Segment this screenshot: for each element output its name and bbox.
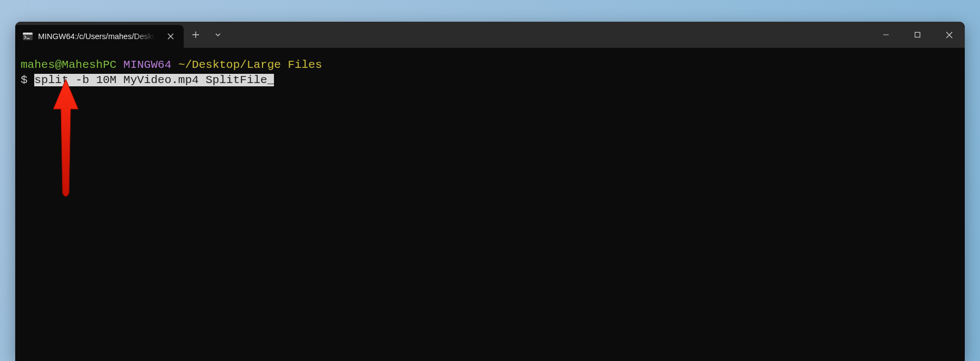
terminal-icon	[23, 33, 33, 40]
plus-icon	[192, 31, 199, 39]
maximize-button[interactable]	[902, 22, 933, 48]
prompt-line-1: mahes@MaheshPC MINGW64 ~/Desktop/Large F…	[21, 58, 959, 73]
titlebar-drag-region[interactable]	[228, 22, 870, 48]
close-icon	[946, 31, 953, 39]
annotation-arrow-icon	[52, 79, 79, 199]
window-close-button[interactable]	[933, 22, 965, 48]
prompt-path: ~/Desktop/Large Files	[178, 59, 322, 71]
maximize-icon	[914, 31, 921, 38]
prompt-symbol: $	[21, 74, 28, 86]
prompt-user-host: mahes@MaheshPC	[21, 59, 116, 71]
prompt-env: MINGW64	[123, 59, 171, 71]
chevron-down-icon	[214, 31, 222, 39]
svg-rect-5	[915, 33, 920, 37]
new-tab-button[interactable]	[184, 22, 208, 48]
tab-title: MINGW64:/c/Users/mahes/Desktop/Large Fil…	[38, 32, 158, 41]
entered-command: split -b 10M MyVideo.mp4 SplitFile_	[34, 74, 274, 86]
tab-strip: MINGW64:/c/Users/mahes/Desktop/Large Fil…	[15, 22, 228, 48]
svg-rect-2	[23, 34, 33, 35]
titlebar: MINGW64:/c/Users/mahes/Desktop/Large Fil…	[15, 22, 965, 48]
prompt-line-2: $ split -b 10M MyVideo.mp4 SplitFile_	[21, 73, 959, 88]
minimize-button[interactable]	[870, 22, 902, 48]
minimize-icon	[883, 31, 889, 38]
window-controls	[870, 22, 965, 48]
terminal-window: MINGW64:/c/Users/mahes/Desktop/Large Fil…	[15, 22, 965, 361]
active-tab[interactable]: MINGW64:/c/Users/mahes/Desktop/Large Fil…	[15, 25, 184, 48]
close-icon	[167, 33, 174, 40]
terminal-body[interactable]: mahes@MaheshPC MINGW64 ~/Desktop/Large F…	[15, 48, 965, 361]
tab-close-button[interactable]	[163, 29, 178, 44]
tab-dropdown-button[interactable]	[208, 22, 228, 48]
